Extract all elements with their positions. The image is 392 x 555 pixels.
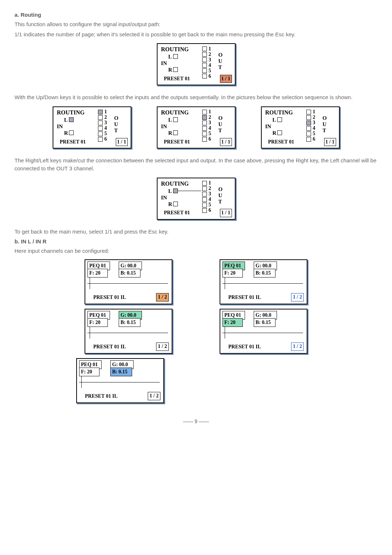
out-box-3[interactable] [306, 121, 311, 125]
routing-out-label: OUT [323, 115, 327, 134]
out-box-1[interactable] [306, 110, 311, 114]
routing-r-label: R [168, 66, 172, 74]
routing-panel-1: ROUTING L IN R PRESET 01 1 2 3 4 5 6 O U… [157, 43, 236, 85]
out-box-4[interactable] [202, 197, 207, 202]
peq-panel-3: PEQ 01 G: 00.0 F: 20 B: 0.15 PRESET 01 I… [85, 309, 172, 354]
page-number: 9 [195, 418, 197, 424]
peq-graph [87, 327, 168, 339]
out-box-6[interactable] [202, 137, 207, 142]
peq-graph [222, 278, 303, 289]
routing-r-box[interactable] [69, 130, 74, 135]
peq-graph [79, 376, 160, 388]
routing-preset: PRESET 01 [164, 209, 190, 216]
routing-page-indicator[interactable]: 1 / 1 [220, 209, 232, 217]
out-box-1[interactable] [98, 110, 103, 114]
routing-l-box[interactable] [173, 54, 178, 59]
para-4: The Right/Left keys make/cut the connect… [15, 157, 377, 173]
out-box-3[interactable] [202, 121, 207, 125]
out-box-1[interactable] [202, 110, 207, 114]
out-box-4[interactable] [202, 126, 207, 131]
out-box-6[interactable] [202, 208, 207, 213]
routing-out-label: O U T [219, 52, 223, 70]
routing-page-indicator[interactable]: 1 / 1 [116, 138, 128, 146]
out-box-5[interactable] [202, 131, 207, 136]
out-box-2[interactable] [98, 115, 103, 120]
out-box-2[interactable] [202, 52, 207, 57]
routing-l-box[interactable] [277, 117, 282, 122]
peq-graph [222, 327, 303, 339]
routing-title: ROUTING [161, 108, 189, 117]
routing-out-column: 1 2 3 4 5 6 [202, 46, 211, 79]
routing-r-label: R [168, 200, 172, 208]
routing-out-label: OUT [114, 115, 119, 134]
peq-cell-b[interactable]: B: 0.15 [254, 269, 275, 278]
peq-page-indicator[interactable]: 1 / 2 [156, 293, 169, 301]
routing-l-label: L [168, 116, 172, 124]
section-b-heading: b. IN L / IN R [15, 238, 377, 246]
routing-page-indicator[interactable]: 1 / 1 [324, 138, 336, 146]
peq-cell-f[interactable]: F: 20 [87, 318, 108, 327]
routing-l-box[interactable] [69, 117, 74, 122]
routing-in-label: IN [57, 123, 63, 131]
peq-preset: PRESET 01 IL [93, 343, 126, 351]
peq-cell-f[interactable]: F: 20 [222, 269, 243, 278]
page-footer: —— 9 —— [15, 418, 377, 425]
out-box-5[interactable] [202, 68, 207, 73]
routing-page-indicator[interactable]: 1 / 1 [220, 75, 232, 83]
peq-preset: PRESET 01 IL [228, 343, 261, 351]
out-box-6[interactable] [98, 137, 103, 142]
routing-out-label: OUT [219, 186, 223, 205]
routing-title: ROUTING [161, 45, 189, 53]
out-box-3[interactable] [202, 57, 207, 62]
out-box-3[interactable] [98, 121, 103, 125]
peq-panel-4: PEQ 01 G: 00.0 F: 20 B: 0.15 PRESET 01 I… [220, 309, 307, 354]
peq-panel-2: PEQ 01 G: 00.0 F: 20 B: 0.15 PRESET 01 I… [220, 259, 307, 304]
out-num-6: 6 [209, 135, 211, 143]
routing-page-indicator[interactable]: 1 / 1 [220, 138, 232, 146]
out-box-2[interactable] [306, 115, 311, 120]
peq-cell-f[interactable]: F: 20 [79, 368, 99, 376]
routing-r-box[interactable] [173, 67, 178, 72]
out-box-6[interactable] [306, 137, 311, 142]
out-box-2[interactable] [202, 186, 207, 191]
routing-r-box[interactable] [173, 130, 178, 135]
out-box-4[interactable] [306, 126, 311, 131]
routing-l-label: L [168, 53, 172, 61]
routing-title: ROUTING [161, 179, 189, 188]
out-box-5[interactable] [98, 131, 103, 136]
out-box-5[interactable] [202, 203, 207, 207]
peq-cell-f[interactable]: F: 20 [87, 269, 108, 278]
section-a-heading: a. Routing [15, 11, 377, 19]
peq-cell-b[interactable]: B: 0.15 [110, 368, 132, 376]
peq-page-indicator[interactable]: 1 / 2 [148, 392, 160, 400]
routing-r-label: R [168, 129, 172, 137]
out-box-1[interactable] [202, 46, 207, 51]
out-box-1[interactable] [202, 181, 207, 186]
routing-panel-connected: ROUTING L IN R PRESET 01 1 2 3 4 5 6 OUT… [157, 178, 236, 220]
peq-cell-b[interactable]: B: 0.15 [119, 318, 140, 327]
routing-out-label: OUT [219, 115, 223, 134]
peq-page-indicator[interactable]: 1 / 2 [291, 293, 304, 301]
routing-r-box[interactable] [173, 202, 178, 206]
peq-panel-5: PEQ 01 G: 00.0 F: 20 B: 0.15 PRESET 01 I… [76, 358, 164, 403]
out-num-6: 6 [105, 135, 107, 143]
peq-cell-f[interactable]: F: 20 [222, 318, 243, 327]
peq-preset: PRESET 01 IL [228, 294, 261, 301]
out-box-3[interactable] [202, 192, 207, 197]
out-box-4[interactable] [98, 126, 103, 131]
out-box-2[interactable] [202, 115, 207, 120]
peq-page-indicator[interactable]: 1 / 2 [156, 343, 169, 351]
peq-preset: PRESET 01 IL [93, 294, 126, 301]
routing-r-box[interactable] [277, 130, 282, 135]
peq-preset: PRESET 01 IL [85, 393, 118, 400]
peq-page-indicator[interactable]: 1 / 2 [291, 343, 304, 351]
routing-l-box[interactable] [173, 117, 178, 122]
routing-in-label: IN [265, 123, 271, 131]
routing-connection-line [177, 191, 201, 191]
out-box-4[interactable] [202, 63, 207, 68]
out-box-6[interactable] [202, 74, 207, 78]
peq-cell-b[interactable]: B: 0.15 [119, 269, 140, 278]
out-box-5[interactable] [306, 131, 311, 136]
routing-panel-seq-3: ROUTING L IN R PRESET 01 1 2 3 4 5 6 OUT… [261, 106, 340, 149]
peq-cell-b[interactable]: B: 0.15 [254, 318, 275, 327]
